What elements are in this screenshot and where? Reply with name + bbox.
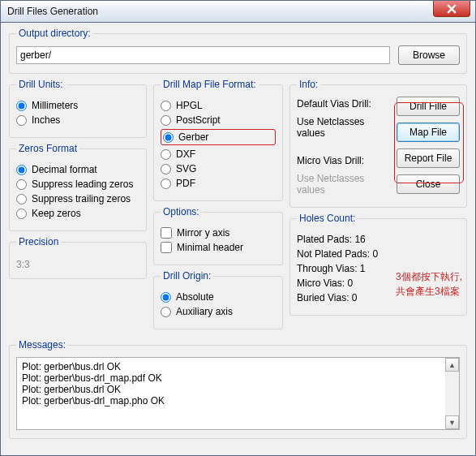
messages-scrollbar[interactable]: ▲ ▼ — [445, 358, 459, 429]
radio-gerber[interactable]: Gerber — [161, 129, 276, 145]
radio-millimeters[interactable]: Millimeters — [16, 100, 139, 111]
precision-value: 3:3 — [16, 259, 139, 270]
titlebar: Drill Files Generation — [0, 0, 476, 23]
message-line: Plot: gerber\bus-drl_map.pho OK — [22, 395, 454, 407]
buried-vias: Buried Vias: 0 — [297, 292, 460, 303]
message-line: Plot: gerber\bus-drl_map.pdf OK — [22, 372, 454, 384]
plated-pads: Plated Pads: 16 — [297, 234, 460, 245]
drill-units-legend: Drill Units: — [16, 79, 66, 90]
use-netclasses-2: Use Netclasses values — [297, 173, 390, 196]
close-icon — [447, 4, 457, 14]
radio-svg[interactable]: SVG — [161, 163, 276, 174]
radio-pdf[interactable]: PDF — [161, 178, 276, 189]
output-directory-group: Output directory: Browse — [9, 28, 467, 74]
radio-suppress-leading[interactable]: Suppress leading zeros — [16, 179, 139, 190]
message-line: Plot: gerber\bus.drl OK — [22, 361, 454, 372]
options-group: Options: Mirror y axis Minimal header — [153, 206, 283, 265]
micro-vias-label: Micro Vias Drill: — [297, 155, 364, 166]
radio-inches[interactable]: Inches — [16, 114, 139, 126]
radio-suppress-trailing[interactable]: Suppress trailing zeros — [16, 193, 139, 204]
drill-origin-legend: Drill Origin: — [161, 270, 213, 282]
default-vias-label: Default Vias Drill: — [297, 98, 371, 110]
radio-dxf[interactable]: DXF — [161, 148, 276, 160]
browse-button[interactable]: Browse — [398, 45, 460, 65]
window-title: Drill Files Generation — [7, 6, 98, 17]
output-directory-legend: Output directory: — [16, 28, 93, 39]
drill-file-button[interactable]: Drill Fille — [397, 97, 460, 116]
zeros-format-group: Zeros Format Decimal format Suppress lea… — [9, 143, 147, 231]
through-vias: Through Vias: 1 — [297, 263, 460, 274]
drill-origin-group: Drill Origin: Absolute Auxiliary axis — [153, 270, 283, 329]
check-mirror-y[interactable]: Mirror y axis — [161, 227, 276, 239]
drill-map-format-group: Drill Map File Format: HPGL PostScript G… — [153, 79, 283, 201]
scroll-down-icon[interactable]: ▼ — [445, 415, 459, 429]
precision-legend: Precision — [16, 236, 61, 247]
radio-hpgl[interactable]: HPGL — [161, 100, 276, 111]
not-plated-pads: Not Plated Pads: 0 — [297, 248, 460, 260]
close-button[interactable]: Close — [397, 174, 460, 194]
radio-decimal-format[interactable]: Decimal format — [16, 164, 139, 175]
micro-vias: Micro Vias: 0 — [297, 277, 460, 289]
report-file-button[interactable]: Report File — [397, 148, 460, 168]
messages-legend: Messages: — [16, 339, 68, 351]
holes-count-legend: Holes Count: — [297, 213, 358, 224]
radio-keep-zeros[interactable]: Keep zeros — [16, 208, 139, 219]
precision-group: Precision 3:3 — [9, 236, 147, 279]
info-legend: Info: — [297, 79, 320, 90]
map-file-button[interactable]: Map File — [397, 123, 460, 142]
use-netclasses-1: Use Netclasses values — [297, 116, 390, 139]
drill-map-format-legend: Drill Map File Format: — [161, 79, 259, 90]
close-window-button[interactable] — [433, 1, 470, 17]
info-group: Info: Default Vias Drill: Use Netclasses… — [289, 79, 467, 208]
radio-postscript[interactable]: PostScript — [161, 114, 276, 126]
output-directory-input[interactable] — [16, 46, 390, 64]
holes-count-group: Holes Count: Plated Pads: 16 Not Plated … — [289, 213, 467, 316]
scroll-up-icon[interactable]: ▲ — [445, 358, 459, 372]
radio-auxiliary[interactable]: Auxiliary axis — [161, 306, 276, 317]
drill-units-group: Drill Units: Millimeters Inches — [9, 79, 147, 138]
options-legend: Options: — [161, 206, 202, 217]
check-minimal-header[interactable]: Minimal header — [161, 242, 276, 253]
message-line: Plot: gerber\bus.drl OK — [22, 384, 454, 395]
zeros-format-legend: Zeros Format — [16, 143, 79, 154]
messages-group: Messages: Plot: gerber\bus.drl OK Plot: … — [9, 339, 467, 439]
messages-box[interactable]: Plot: gerber\bus.drl OK Plot: gerber\bus… — [16, 357, 460, 430]
radio-absolute[interactable]: Absolute — [161, 291, 276, 303]
